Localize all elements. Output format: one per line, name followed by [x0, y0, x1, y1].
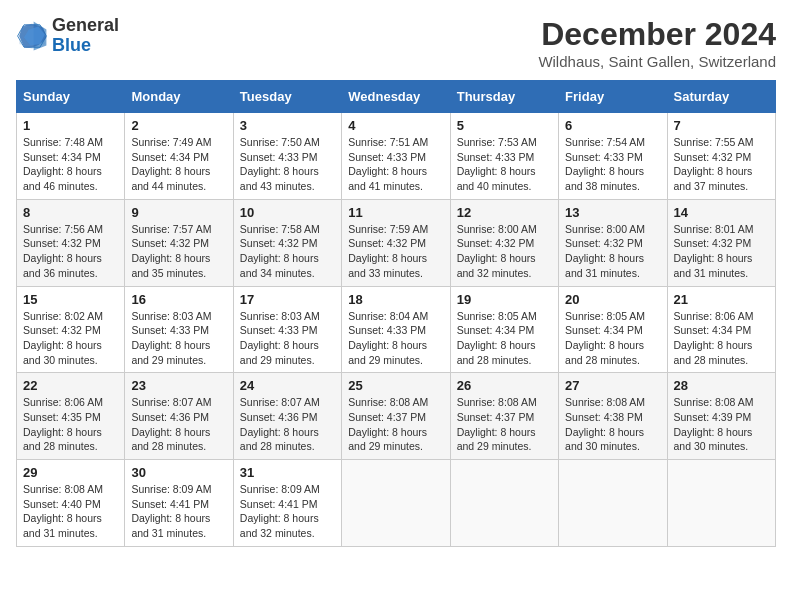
- day-header-friday: Friday: [559, 81, 667, 113]
- logo-blue-text: Blue: [52, 36, 119, 56]
- day-number: 18: [348, 292, 443, 307]
- cell-details: Sunrise: 7:57 AMSunset: 4:32 PMDaylight:…: [131, 222, 226, 281]
- day-number: 24: [240, 378, 335, 393]
- day-number: 20: [565, 292, 660, 307]
- calendar-cell: 13Sunrise: 8:00 AMSunset: 4:32 PMDayligh…: [559, 199, 667, 286]
- calendar-cell: 12Sunrise: 8:00 AMSunset: 4:32 PMDayligh…: [450, 199, 558, 286]
- day-number: 8: [23, 205, 118, 220]
- day-number: 9: [131, 205, 226, 220]
- cell-details: Sunrise: 7:55 AMSunset: 4:32 PMDaylight:…: [674, 135, 769, 194]
- week-row-3: 15Sunrise: 8:02 AMSunset: 4:32 PMDayligh…: [17, 286, 776, 373]
- calendar-cell: 18Sunrise: 8:04 AMSunset: 4:33 PMDayligh…: [342, 286, 450, 373]
- cell-details: Sunrise: 8:03 AMSunset: 4:33 PMDaylight:…: [240, 309, 335, 368]
- day-header-saturday: Saturday: [667, 81, 775, 113]
- day-number: 21: [674, 292, 769, 307]
- logo: General Blue: [16, 16, 119, 56]
- cell-details: Sunrise: 8:09 AMSunset: 4:41 PMDaylight:…: [131, 482, 226, 541]
- day-number: 5: [457, 118, 552, 133]
- cell-details: Sunrise: 8:02 AMSunset: 4:32 PMDaylight:…: [23, 309, 118, 368]
- calendar-cell: 30Sunrise: 8:09 AMSunset: 4:41 PMDayligh…: [125, 460, 233, 547]
- day-number: 13: [565, 205, 660, 220]
- day-header-thursday: Thursday: [450, 81, 558, 113]
- calendar-cell: 11Sunrise: 7:59 AMSunset: 4:32 PMDayligh…: [342, 199, 450, 286]
- cell-details: Sunrise: 8:08 AMSunset: 4:39 PMDaylight:…: [674, 395, 769, 454]
- cell-details: Sunrise: 7:48 AMSunset: 4:34 PMDaylight:…: [23, 135, 118, 194]
- calendar-cell: 8Sunrise: 7:56 AMSunset: 4:32 PMDaylight…: [17, 199, 125, 286]
- day-number: 31: [240, 465, 335, 480]
- day-number: 3: [240, 118, 335, 133]
- day-number: 10: [240, 205, 335, 220]
- day-number: 15: [23, 292, 118, 307]
- calendar-cell: 23Sunrise: 8:07 AMSunset: 4:36 PMDayligh…: [125, 373, 233, 460]
- cell-details: Sunrise: 8:08 AMSunset: 4:40 PMDaylight:…: [23, 482, 118, 541]
- week-row-1: 1Sunrise: 7:48 AMSunset: 4:34 PMDaylight…: [17, 113, 776, 200]
- calendar-cell: 3Sunrise: 7:50 AMSunset: 4:33 PMDaylight…: [233, 113, 341, 200]
- day-number: 29: [23, 465, 118, 480]
- cell-details: Sunrise: 8:08 AMSunset: 4:37 PMDaylight:…: [348, 395, 443, 454]
- day-number: 6: [565, 118, 660, 133]
- day-number: 26: [457, 378, 552, 393]
- calendar-cell: 14Sunrise: 8:01 AMSunset: 4:32 PMDayligh…: [667, 199, 775, 286]
- day-number: 12: [457, 205, 552, 220]
- cell-details: Sunrise: 8:00 AMSunset: 4:32 PMDaylight:…: [457, 222, 552, 281]
- cell-details: Sunrise: 7:51 AMSunset: 4:33 PMDaylight:…: [348, 135, 443, 194]
- day-number: 27: [565, 378, 660, 393]
- calendar-cell: 26Sunrise: 8:08 AMSunset: 4:37 PMDayligh…: [450, 373, 558, 460]
- calendar-cell: 6Sunrise: 7:54 AMSunset: 4:33 PMDaylight…: [559, 113, 667, 200]
- calendar-cell: 17Sunrise: 8:03 AMSunset: 4:33 PMDayligh…: [233, 286, 341, 373]
- calendar-cell: 4Sunrise: 7:51 AMSunset: 4:33 PMDaylight…: [342, 113, 450, 200]
- calendar-cell: 24Sunrise: 8:07 AMSunset: 4:36 PMDayligh…: [233, 373, 341, 460]
- calendar-cell: 1Sunrise: 7:48 AMSunset: 4:34 PMDaylight…: [17, 113, 125, 200]
- cell-details: Sunrise: 7:50 AMSunset: 4:33 PMDaylight:…: [240, 135, 335, 194]
- cell-details: Sunrise: 8:05 AMSunset: 4:34 PMDaylight:…: [457, 309, 552, 368]
- cell-details: Sunrise: 8:08 AMSunset: 4:37 PMDaylight:…: [457, 395, 552, 454]
- cell-details: Sunrise: 7:49 AMSunset: 4:34 PMDaylight:…: [131, 135, 226, 194]
- cell-details: Sunrise: 8:03 AMSunset: 4:33 PMDaylight:…: [131, 309, 226, 368]
- calendar-cell: 19Sunrise: 8:05 AMSunset: 4:34 PMDayligh…: [450, 286, 558, 373]
- day-header-tuesday: Tuesday: [233, 81, 341, 113]
- cell-details: Sunrise: 8:00 AMSunset: 4:32 PMDaylight:…: [565, 222, 660, 281]
- cell-details: Sunrise: 8:06 AMSunset: 4:35 PMDaylight:…: [23, 395, 118, 454]
- calendar-cell: [342, 460, 450, 547]
- calendar-cell: 16Sunrise: 8:03 AMSunset: 4:33 PMDayligh…: [125, 286, 233, 373]
- calendar-cell: 22Sunrise: 8:06 AMSunset: 4:35 PMDayligh…: [17, 373, 125, 460]
- calendar-cell: [450, 460, 558, 547]
- calendar-cell: 31Sunrise: 8:09 AMSunset: 4:41 PMDayligh…: [233, 460, 341, 547]
- logo-general-text: General: [52, 16, 119, 36]
- calendar-cell: 28Sunrise: 8:08 AMSunset: 4:39 PMDayligh…: [667, 373, 775, 460]
- calendar-cell: 25Sunrise: 8:08 AMSunset: 4:37 PMDayligh…: [342, 373, 450, 460]
- day-header-sunday: Sunday: [17, 81, 125, 113]
- calendar-cell: 5Sunrise: 7:53 AMSunset: 4:33 PMDaylight…: [450, 113, 558, 200]
- week-row-2: 8Sunrise: 7:56 AMSunset: 4:32 PMDaylight…: [17, 199, 776, 286]
- day-number: 16: [131, 292, 226, 307]
- calendar-table: SundayMondayTuesdayWednesdayThursdayFrid…: [16, 80, 776, 547]
- calendar-cell: 9Sunrise: 7:57 AMSunset: 4:32 PMDaylight…: [125, 199, 233, 286]
- cell-details: Sunrise: 8:05 AMSunset: 4:34 PMDaylight:…: [565, 309, 660, 368]
- cell-details: Sunrise: 8:09 AMSunset: 4:41 PMDaylight:…: [240, 482, 335, 541]
- calendar-cell: 15Sunrise: 8:02 AMSunset: 4:32 PMDayligh…: [17, 286, 125, 373]
- cell-details: Sunrise: 7:53 AMSunset: 4:33 PMDaylight:…: [457, 135, 552, 194]
- day-number: 4: [348, 118, 443, 133]
- cell-details: Sunrise: 8:07 AMSunset: 4:36 PMDaylight:…: [131, 395, 226, 454]
- cell-details: Sunrise: 8:07 AMSunset: 4:36 PMDaylight:…: [240, 395, 335, 454]
- cell-details: Sunrise: 7:56 AMSunset: 4:32 PMDaylight:…: [23, 222, 118, 281]
- calendar-cell: 2Sunrise: 7:49 AMSunset: 4:34 PMDaylight…: [125, 113, 233, 200]
- calendar-cell: 27Sunrise: 8:08 AMSunset: 4:38 PMDayligh…: [559, 373, 667, 460]
- logo-icon: [16, 20, 48, 52]
- calendar-cell: [559, 460, 667, 547]
- calendar-cell: 29Sunrise: 8:08 AMSunset: 4:40 PMDayligh…: [17, 460, 125, 547]
- week-row-5: 29Sunrise: 8:08 AMSunset: 4:40 PMDayligh…: [17, 460, 776, 547]
- day-number: 7: [674, 118, 769, 133]
- cell-details: Sunrise: 8:04 AMSunset: 4:33 PMDaylight:…: [348, 309, 443, 368]
- month-title: December 2024: [538, 16, 776, 53]
- calendar-cell: 21Sunrise: 8:06 AMSunset: 4:34 PMDayligh…: [667, 286, 775, 373]
- location-title: Wildhaus, Saint Gallen, Switzerland: [538, 53, 776, 70]
- day-number: 1: [23, 118, 118, 133]
- calendar-cell: 10Sunrise: 7:58 AMSunset: 4:32 PMDayligh…: [233, 199, 341, 286]
- day-header-monday: Monday: [125, 81, 233, 113]
- calendar-cell: [667, 460, 775, 547]
- day-number: 23: [131, 378, 226, 393]
- day-number: 11: [348, 205, 443, 220]
- cell-details: Sunrise: 7:58 AMSunset: 4:32 PMDaylight:…: [240, 222, 335, 281]
- day-number: 17: [240, 292, 335, 307]
